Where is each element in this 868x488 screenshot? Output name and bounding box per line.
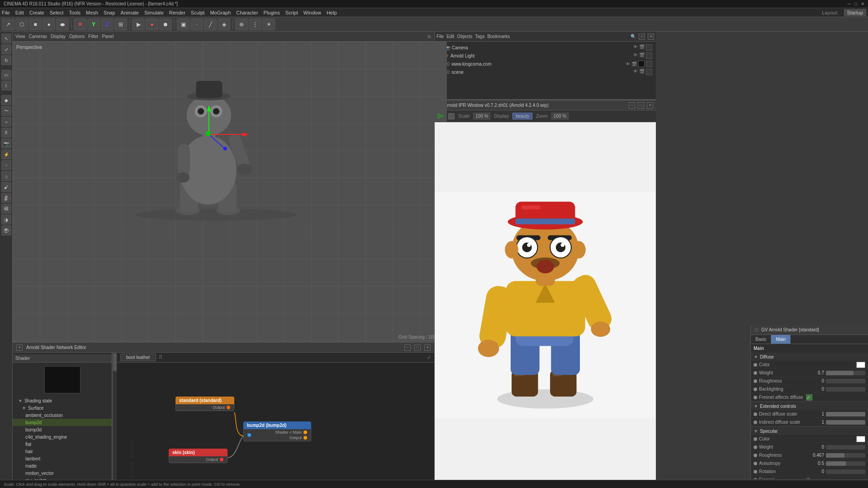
ipr-display-value[interactable]: beauty [512,113,532,120]
menu-plugins[interactable]: Plugins [264,10,280,15]
obj-manager-file[interactable]: File [436,34,444,39]
viewport-view-menu[interactable]: View [15,34,25,39]
minimize-btn[interactable]: ─ [848,1,851,6]
shader-tree-scrollbar[interactable] [112,353,117,488]
shader-tree-shading-state[interactable]: ▼ Shading state [13,397,112,404]
menu-file[interactable]: File [2,10,10,15]
diffuse-color-dot[interactable] [754,363,757,367]
tool-deform[interactable]: ⧖ [1,128,11,138]
arnold-light-vis-icon[interactable]: 👁 [633,53,638,59]
menu-snap[interactable]: Snap [104,10,115,15]
menu-mesh[interactable]: Mesh [86,10,98,15]
obj-item-kingcoma[interactable]: L0 www.kingcoma.com 👁 🎬 [435,60,656,68]
diffuse-fresnel-dot[interactable] [754,396,757,399]
ipr-close-btn[interactable]: ✕ [647,102,653,109]
tool-magnet[interactable]: 磁 [1,204,11,214]
shader-tree-motion-vector[interactable]: motion_vector [13,469,112,477]
tool-z-axis[interactable]: Z [101,19,114,30]
obj-manager-tags[interactable]: Tags [475,34,484,39]
node-skin[interactable]: skin (skin) Output [169,449,228,463]
specular-rotation-slider[interactable] [826,469,865,474]
shader-tree-bump2d[interactable]: bump2d [13,419,112,426]
menu-tools[interactable]: Tools [69,10,81,15]
shader-tree-surface[interactable]: ▼ Surface [13,404,112,411]
diffuse-section-title[interactable]: ▼ Diffuse [751,353,868,361]
shader-editor-close-btn[interactable]: ✕ [16,344,23,351]
tool-object-mode[interactable]: ▣ [177,19,190,30]
kingcoma-render-icon[interactable]: 🎬 [631,62,637,67]
specular-color-dot[interactable] [754,437,757,441]
tool-move[interactable]: ↗ [2,19,14,30]
prop-tab-basic[interactable]: Basic [751,335,771,344]
tool-motion[interactable]: 〶 [1,225,11,235]
specular-rotation-dot[interactable] [754,470,757,474]
indirect-diffuse-slider[interactable] [826,420,865,425]
tool-edge-mode[interactable]: ╱ [204,19,217,30]
tool-sphere[interactable]: ● [43,19,55,30]
arnold-light-settings-icon[interactable] [646,53,652,59]
node-bump2d[interactable]: bump2d (bump2d) Shader < Main [243,421,311,441]
node-standard[interactable]: standard (standard) Output [175,397,234,411]
tool-snap[interactable]: ⊕ [235,19,248,30]
scene-settings-icon[interactable] [646,69,652,75]
prop-tab-main[interactable]: Main [771,335,791,344]
close-btn[interactable]: ✕ [861,1,864,6]
shader-editor-max-btn[interactable]: □ [414,344,421,351]
menu-help[interactable]: Help [327,10,337,15]
direct-diffuse-slider[interactable] [826,412,865,416]
diffuse-backlighting-slider[interactable] [826,387,865,392]
tool-grid[interactable]: ⋮ [249,19,261,30]
specular-fresnel-dot[interactable] [754,478,757,479]
specular-section-title[interactable]: ▼ Specular [751,427,868,435]
tool-cube[interactable]: ■ [29,19,42,30]
kingcoma-tag-icon[interactable] [638,61,645,67]
menu-select[interactable]: Select [50,10,64,15]
node-standard-output-port[interactable] [227,406,230,409]
menu-window[interactable]: Window [304,10,321,15]
shader-editor-close-btn2[interactable]: ✕ [424,344,431,351]
shader-tree-matte[interactable]: matte [13,462,112,469]
viewport-filter-menu[interactable]: Filter [88,34,98,39]
menu-sculpt[interactable]: Sculpt [191,10,205,15]
ipr-stop-btn[interactable] [448,113,455,120]
indirect-diffuse-dot[interactable] [754,421,757,424]
diffuse-backlighting-dot[interactable] [754,388,757,391]
tool-ik[interactable]: ⍜ [1,171,11,181]
tool-select-rect[interactable]: ▭ [1,70,11,80]
tool-record[interactable]: ● [146,19,158,30]
camera-render-icon[interactable]: 🎬 [639,44,645,51]
shader-tree-c4d-shading-engine[interactable]: c4d_shading_engine [13,433,112,440]
specular-roughness-slider[interactable] [826,453,865,458]
tool-lasso[interactable]: ⌇ [1,81,11,91]
extended-controls-1-title[interactable]: ▼ Extended controls [751,402,868,410]
tool-keyframe[interactable]: ▶ [132,19,145,30]
tool-arrow[interactable]: ↖ [1,33,11,43]
menu-script[interactable]: Script [285,10,298,15]
ipr-zoom-value[interactable]: 100 % [551,113,569,120]
diffuse-weight-slider[interactable] [826,371,865,375]
tool-cylinder[interactable]: ⬬ [56,19,69,30]
tool-polygon[interactable]: ◆ [1,95,11,105]
diffuse-fresnel-check[interactable]: ✓ [806,394,812,401]
diffuse-color-swatch[interactable] [856,362,865,368]
shader-tab-label[interactable]: boot leather [120,354,156,361]
node-bump2d-input-port[interactable] [247,433,251,437]
tool-paint[interactable]: 🖌 [1,182,11,192]
node-bump2d-output-port[interactable] [304,436,307,440]
viewport-control-1[interactable]: ⊞ [427,34,431,39]
obj-manager-expand-btn[interactable]: ⤢ [639,33,645,40]
specular-weight-dot[interactable] [754,445,757,449]
viewport-options-menu[interactable]: Options [69,34,85,39]
obj-manager-bookmarks[interactable]: Bookmarks [487,34,510,39]
camera-settings-icon[interactable] [646,44,652,51]
tool-scale[interactable]: ⤢ [1,44,11,54]
diffuse-roughness-dot[interactable] [754,379,757,383]
camera-vis-icon[interactable]: 👁 [633,44,638,51]
menu-edit[interactable]: Edit [15,10,24,15]
layout-value[interactable]: Startup [844,9,866,16]
obj-item-camera[interactable]: 📷 Camera 👁 🎬 [435,43,656,52]
node-bump2d-shader-port[interactable] [304,431,307,434]
specular-color-swatch[interactable] [856,436,865,442]
shader-node-canvas[interactable]: boot leather ⠿ ⤢ standard (standard) [117,353,434,488]
ipr-scale-value[interactable]: 100 % [473,113,490,120]
